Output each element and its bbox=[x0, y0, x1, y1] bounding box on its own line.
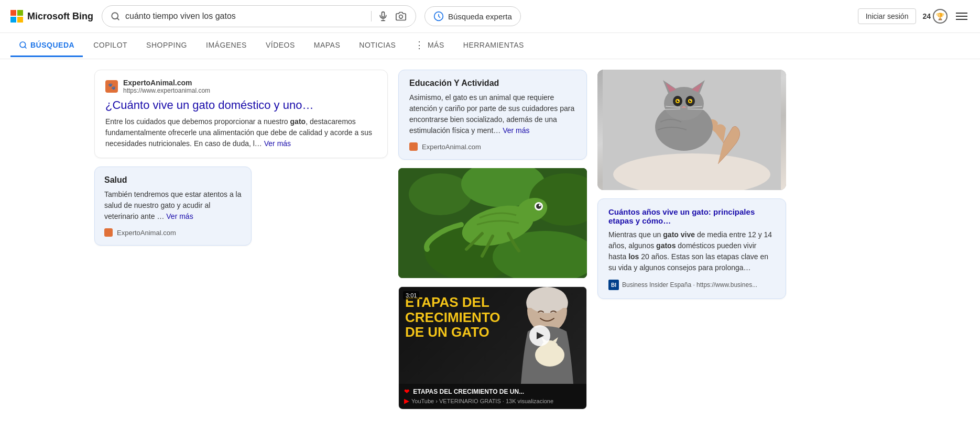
salud-card-snippet: También tendremos que estar atentos a la… bbox=[104, 189, 242, 222]
youtube-icon: ▶ bbox=[404, 397, 409, 405]
nav-tabs: BÚSQUEDA COPILOT SHOPPING IMÁGENES VÍDEO… bbox=[0, 33, 980, 59]
chameleon-image bbox=[398, 168, 587, 278]
tab-noticias[interactable]: NOTICIAS bbox=[351, 35, 404, 57]
svg-rect-1 bbox=[17, 10, 23, 16]
result-snippet: Entre los cuidados que debemos proporcio… bbox=[105, 116, 377, 149]
video-heart-icon: ❤ bbox=[404, 388, 409, 395]
tab-mapas[interactable]: MAPAS bbox=[306, 35, 349, 57]
tab-herramientas-label: HERRAMIENTAS bbox=[463, 41, 524, 49]
svg-point-9 bbox=[399, 15, 403, 19]
svg-line-5 bbox=[117, 18, 118, 19]
educacion-card-snippet: Asimismo, el gato es un animal que requi… bbox=[409, 92, 576, 136]
bi-card-title[interactable]: Cuántos años vive un gato: principales e… bbox=[608, 207, 775, 225]
video-meta: ▶ YouTube › VETERINARIO GRATIS · 13K vis… bbox=[404, 397, 581, 405]
visual-search-button[interactable] bbox=[395, 10, 407, 23]
search-input[interactable] bbox=[125, 12, 366, 21]
video-card[interactable]: 3:01 ETAPAS DEL CRECIMIENTO DE UN GATO bbox=[398, 286, 587, 409]
svg-point-22 bbox=[536, 204, 541, 209]
see-more-link-main[interactable]: Ver más bbox=[264, 139, 291, 148]
video-duration: 3:01 bbox=[403, 291, 419, 300]
hamburger-menu-button[interactable] bbox=[954, 10, 970, 22]
educacion-card: Educación Y Actividad Asimismo, el gato … bbox=[398, 70, 587, 160]
bi-source-name: Business Insider España · https://www.bu… bbox=[622, 281, 757, 289]
bi-favicon: BI bbox=[608, 280, 619, 290]
see-more-link-salud[interactable]: Ver más bbox=[166, 212, 193, 220]
salud-card: Salud También tendremos que estar atento… bbox=[94, 167, 252, 246]
svg-point-23 bbox=[539, 204, 541, 206]
tab-mas-label: MÁS bbox=[428, 41, 444, 49]
points-badge: 24 🏆 bbox=[922, 9, 948, 24]
tab-busqueda-label: BÚSQUEDA bbox=[30, 41, 74, 49]
points-count: 24 bbox=[922, 12, 931, 20]
salud-source-name: ExpertoAnimal.com bbox=[117, 229, 176, 237]
tab-mas[interactable]: ⋮ MÁS bbox=[406, 33, 452, 59]
svg-line-12 bbox=[25, 47, 26, 48]
result-title-link[interactable]: ¿Cuánto vive un gato doméstico y uno… bbox=[105, 98, 377, 112]
signin-button[interactable]: Iniciar sesión bbox=[858, 8, 917, 24]
expert-search-button[interactable]: Búsqueda experta bbox=[424, 6, 521, 26]
tab-copilot[interactable]: COPILOT bbox=[85, 35, 136, 57]
hamburger-line-2 bbox=[956, 16, 967, 17]
salud-card-title: Salud bbox=[104, 175, 242, 185]
main-result-card: 🐾 ExpertoAnimal.com https://www.expertoa… bbox=[94, 70, 388, 158]
expert-search-icon bbox=[433, 11, 444, 21]
video-info-bar: ❤ ETAPAS DEL CRECIMIENTO DE UN... ▶ YouT… bbox=[399, 384, 586, 409]
svg-rect-6 bbox=[382, 12, 385, 17]
cat-photo-inner bbox=[597, 70, 786, 190]
source-info: ExpertoAnimal.com https://www.expertoani… bbox=[123, 79, 210, 94]
tab-shopping-label: SHOPPING bbox=[146, 41, 187, 49]
expert-search-label: Búsqueda experta bbox=[448, 12, 512, 21]
svg-point-45 bbox=[690, 100, 691, 101]
video-title-overlay: ETAPAS DEL CRECIMIENTO DE UN GATO bbox=[405, 295, 508, 340]
educacion-source-name: ExpertoAnimal.com bbox=[422, 143, 481, 151]
salud-favicon bbox=[104, 228, 113, 237]
tab-noticias-label: NOTICIAS bbox=[359, 41, 396, 49]
source-favicon: 🐾 bbox=[105, 80, 118, 93]
right-column: Cuántos años vive un gato: principales e… bbox=[597, 70, 786, 409]
header-right: Iniciar sesión 24 🏆 bbox=[858, 8, 970, 24]
svg-rect-0 bbox=[10, 10, 16, 16]
main-content: 🐾 ExpertoAnimal.com https://www.expertoa… bbox=[0, 59, 980, 420]
busqueda-search-icon bbox=[19, 41, 27, 49]
source-row: 🐾 ExpertoAnimal.com https://www.expertoa… bbox=[105, 79, 377, 94]
educacion-card-title: Educación Y Actividad bbox=[409, 79, 576, 88]
logo-text: Microsoft Bing bbox=[27, 11, 93, 22]
center-column: Educación Y Actividad Asimismo, el gato … bbox=[398, 70, 587, 409]
hamburger-line-3 bbox=[956, 19, 967, 20]
salud-source-row: ExpertoAnimal.com bbox=[104, 228, 242, 237]
video-title: ❤ ETAPAS DEL CRECIMIENTO DE UN... bbox=[404, 388, 581, 395]
camera-icon bbox=[396, 11, 406, 21]
video-title-text: ETAPAS DEL CRECIMIENTO DE UN... bbox=[413, 388, 524, 395]
tab-herramientas[interactable]: HERRAMIENTAS bbox=[455, 35, 532, 57]
educacion-favicon bbox=[409, 142, 418, 151]
chameleon-image-card[interactable] bbox=[398, 168, 587, 278]
trophy-icon: 🏆 bbox=[933, 9, 948, 24]
logo[interactable]: Microsoft Bing bbox=[10, 10, 93, 23]
tab-shopping[interactable]: SHOPPING bbox=[138, 35, 195, 57]
microphone-icon bbox=[378, 11, 388, 21]
video-play-button[interactable] bbox=[529, 325, 550, 346]
bi-source-row: BI Business Insider España · https://www… bbox=[608, 280, 775, 290]
source-url: https://www.expertoanimal.com bbox=[123, 87, 210, 94]
microphone-button[interactable] bbox=[377, 10, 389, 23]
video-channel: YouTube › VETERINARIO GRATIS · 13K visua… bbox=[411, 398, 553, 404]
search-bar bbox=[102, 5, 416, 27]
tab-mapas-label: MAPAS bbox=[314, 41, 340, 49]
hamburger-line-1 bbox=[956, 13, 967, 14]
business-insider-card: Cuántos años vive un gato: principales e… bbox=[597, 198, 786, 299]
educacion-source-row: ExpertoAnimal.com bbox=[409, 142, 576, 151]
tab-imagenes[interactable]: IMÁGENES bbox=[198, 35, 255, 57]
source-name: ExpertoAnimal.com bbox=[123, 79, 210, 87]
tab-videos[interactable]: VÍDEOS bbox=[257, 35, 303, 57]
tab-videos-label: VÍDEOS bbox=[266, 41, 295, 49]
tab-imagenes-label: IMÁGENES bbox=[206, 41, 247, 49]
video-thumbnail-area: 3:01 ETAPAS DEL CRECIMIENTO DE UN GATO bbox=[399, 287, 586, 384]
tab-busqueda[interactable]: BÚSQUEDA bbox=[10, 35, 83, 57]
favicon-letter: 🐾 bbox=[108, 83, 116, 90]
svg-point-44 bbox=[678, 100, 679, 101]
search-divider bbox=[371, 11, 372, 21]
see-more-link-educacion[interactable]: Ver más bbox=[503, 126, 529, 135]
svg-rect-3 bbox=[17, 17, 23, 23]
tab-copilot-label: COPILOT bbox=[93, 41, 127, 49]
bi-card-snippet: Mientras que un gato vive de media entre… bbox=[608, 229, 775, 273]
